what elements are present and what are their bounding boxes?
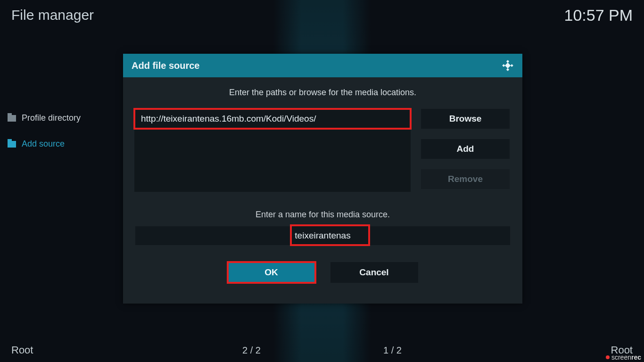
sidebar: Profile directory Add source [8,113,81,149]
pagination: 2 / 2 1 / 2 [242,345,402,356]
dialog-title: Add file source [132,60,199,71]
ok-button[interactable]: OK [228,262,315,283]
svg-rect-0 [506,60,509,63]
status-bar: Root 2 / 2 1 / 2 Root [0,344,644,356]
sidebar-item-label: Profile directory [22,113,81,123]
paths-instruction-text: Enter the paths or browse for the media … [134,88,511,98]
sidebar-item-add-source[interactable]: Add source [8,139,81,149]
browse-button[interactable]: Browse [421,109,510,129]
path-input[interactable]: http://teixeirantenas.16mb.com/Kodi/Vide… [134,109,411,129]
paths-list: http://teixeirantenas.16mb.com/Kodi/Vide… [134,109,411,192]
name-instruction-text: Enter a name for this media source. [134,210,511,220]
svg-rect-4 [505,63,511,68]
svg-rect-3 [506,68,509,71]
right-pagination: 1 / 2 [383,345,402,356]
dialog-footer: OK Cancel [134,262,511,283]
folder-icon [8,141,16,148]
kodi-logo-icon [502,59,514,72]
dialog-header: Add file source [123,54,522,77]
svg-rect-1 [502,64,505,67]
add-file-source-dialog: Add file source Enter the paths or brows… [123,54,522,304]
path-buttons: Browse Add Remove [421,109,510,192]
svg-rect-2 [511,64,513,67]
page-title: File manager [11,7,94,23]
remove-button: Remove [421,169,510,189]
top-bar: File manager 10:57 PM [0,0,644,30]
cancel-button[interactable]: Cancel [330,262,418,283]
source-name-value: teixeirantenas [295,230,350,241]
screenrec-watermark: screenrec [606,354,641,361]
clock: 10:57 PM [564,6,633,25]
sidebar-item-label: Add source [22,139,65,149]
record-dot-icon [606,355,610,359]
path-value: http://teixeirantenas.16mb.com/Kodi/Vide… [141,114,316,124]
folder-icon [8,115,16,122]
watermark-text: screenrec [611,354,641,361]
left-pagination: 2 / 2 [242,345,261,356]
sidebar-item-profile-directory[interactable]: Profile directory [8,113,81,123]
left-panel-root-label: Root [11,344,33,356]
source-name-input[interactable]: teixeirantenas [135,226,510,245]
add-button[interactable]: Add [421,139,510,159]
